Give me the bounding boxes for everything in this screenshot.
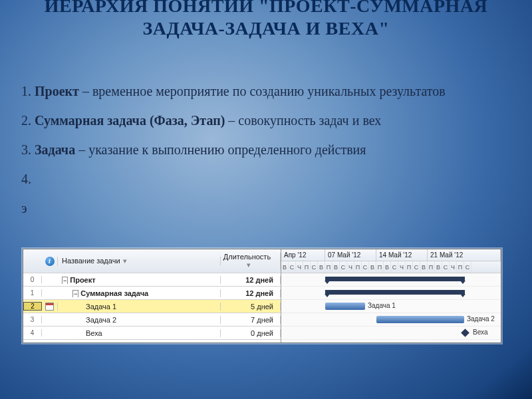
gantt-day-cell: П [457, 261, 464, 273]
grid-header: i Название задачи▾ Длительность▾ [23, 249, 281, 273]
col-duration-header[interactable]: Длительность▾ [221, 253, 281, 269]
gantt-day-cell: Ч [450, 261, 457, 273]
definition-truncated: э [21, 195, 511, 221]
gantt-day-cell: В [435, 261, 442, 273]
col-name-header[interactable]: Название задачи▾ [58, 257, 221, 265]
info-icon: i [45, 257, 55, 266]
gantt-month-row: Апр '12 07 Май '12 14 Май '12 21 Май '12 [281, 249, 501, 261]
definitions-block: 1. Проект – временное мероприятие по соз… [21, 78, 511, 221]
task-grid: i Название задачи▾ Длительность▾ 0 −Прое… [23, 249, 281, 342]
gantt-day-cell: С [464, 261, 471, 273]
gantt-day-cell: С [442, 261, 450, 273]
gantt-day-cell: С [391, 261, 398, 273]
gantt-task-bar[interactable] [376, 316, 464, 323]
table-row[interactable]: 2 Задача 1 5 дней [23, 300, 281, 313]
gantt-day-cell: П [428, 261, 435, 273]
gantt-day-cell: С [362, 261, 369, 273]
gantt-day-cell: В [420, 261, 428, 273]
collapse-icon[interactable]: − [72, 290, 78, 297]
gantt-body: Задача 1 Задача 2 Веха [281, 273, 501, 342]
gantt-day-cell: П [325, 261, 332, 273]
gantt-day-cell: Ч [398, 261, 406, 273]
chevron-down-icon[interactable]: ▾ [123, 257, 127, 265]
msproject-screenshot: i Название задачи▾ Длительность▾ 0 −Прое… [23, 249, 501, 343]
gantt-day-row: ВСЧПСВПВСЧПСВПВСЧПСВПВСЧПС [281, 261, 501, 273]
collapse-icon[interactable]: − [62, 277, 68, 284]
gantt-task-bar[interactable] [325, 303, 365, 310]
calendar-icon [45, 303, 54, 311]
definition-item: 3. Задача – указание к выполнению опреде… [21, 136, 511, 163]
definition-item: 4. [21, 166, 511, 192]
gantt-summary-bar [325, 290, 465, 295]
gantt-summary-bar [325, 277, 465, 281]
gantt-day-cell: П [354, 261, 362, 273]
definition-item: 2. Суммарная задача (Фаза, Этап) – совок… [21, 107, 511, 134]
gantt-day-cell: Ч [347, 261, 354, 273]
gantt-day-cell: П [303, 261, 311, 273]
table-row[interactable]: 4 Веха 0 дней [23, 327, 281, 340]
gantt-day-cell: С [311, 261, 318, 273]
gantt-bar-label: Задача 2 [467, 315, 495, 323]
gantt-day-cell: В [281, 261, 289, 273]
gantt-day-cell: С [413, 261, 420, 273]
gantt-day-cell: В [332, 261, 340, 273]
gantt-day-cell: П [406, 261, 413, 273]
gantt-chart: Апр '12 07 Май '12 14 Май '12 21 Май '12… [281, 249, 501, 342]
gantt-day-cell: В [369, 261, 376, 273]
definition-item: 1. Проект – временное мероприятие по соз… [21, 78, 511, 104]
gantt-day-cell: С [340, 261, 347, 273]
table-row[interactable]: 1 −Суммарная задача 12 дней [23, 287, 281, 300]
gantt-day-cell: Ч [296, 261, 303, 273]
gantt-day-cell: П [376, 261, 384, 273]
table-row[interactable]: 3 Задача 2 7 дней [23, 313, 281, 327]
chevron-down-icon[interactable]: ▾ [247, 261, 251, 269]
gantt-day-cell: С [289, 261, 296, 273]
table-row[interactable]: 0 −Проект 12 дней [23, 273, 281, 287]
gantt-bar-label: Веха [473, 329, 487, 336]
gantt-day-cell: В [384, 261, 391, 273]
gantt-milestone[interactable] [461, 329, 469, 337]
slide-title: ИЕРАРХИЯ ПОНЯТИЙ "ПРОЕКТ-СУММАРНАЯ ЗАДАЧ… [21, 0, 511, 39]
gantt-day-cell: В [318, 261, 325, 273]
gantt-bar-label: Задача 1 [368, 302, 396, 309]
